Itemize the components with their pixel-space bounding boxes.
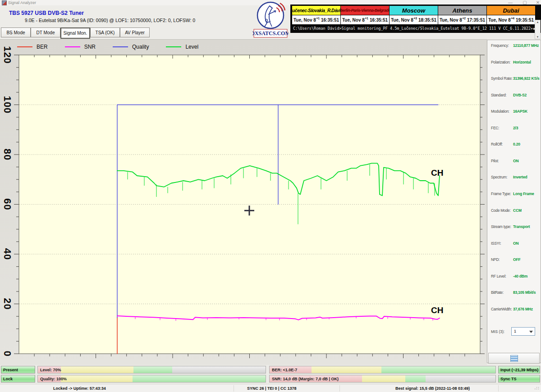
green-zone xyxy=(405,375,426,382)
sync-counters-status: SYNC 26 | TEI 0 | CC 1378 xyxy=(247,386,297,391)
quality-progress-bar: Quality: 100% xyxy=(37,375,266,383)
best-signal-status: Best signal: 15,5 dB (2022-11-08 03:49) xyxy=(395,386,470,391)
param-value: 83,105 Mbit/s xyxy=(513,290,536,295)
tab-bs-mode[interactable]: BS Mode xyxy=(1,27,31,37)
param-row-carrierwidth: CarrierWidth:37,676 MHz xyxy=(487,307,541,312)
signal-plot[interactable]: 020406080100120CHCH xyxy=(0,40,487,365)
param-row-standard: Standard:DVB-S2 xyxy=(487,93,541,98)
stream-list-icon xyxy=(510,355,518,362)
clock-date: Tue, Nov 8 xyxy=(488,18,511,23)
clock-date: Tue, Nov 8 xyxy=(391,18,414,23)
clock-date: Tue, Nov 8 xyxy=(440,18,463,23)
clock-value: 16:35:51 xyxy=(370,18,388,23)
param-label: Frequency: xyxy=(491,43,509,48)
clock-dubai: DubaiTue, Nov 8+419:35:51 xyxy=(487,6,535,25)
tab-tsa-ok[interactable]: TSA (OK) xyxy=(90,27,120,37)
statusbar-divider xyxy=(498,385,499,392)
mode-tabs: BS ModeDT ModeSignal Mon.TSA (OK)AV Play… xyxy=(1,27,150,40)
green-zone xyxy=(133,366,172,373)
command-text: C:\Users\Roman Dávid>Signal monitoring_P… xyxy=(293,26,533,31)
param-label: BitRate: xyxy=(491,290,504,295)
param-row-rf-level: RF Level:-40 dBm xyxy=(487,274,541,279)
param-label: Frame Type: xyxy=(491,191,511,196)
param-row-frequency: Frequency:12110,877 MHz xyxy=(487,43,541,49)
command-prompt-window[interactable]: Lučenec-Slovakia_R.DávidTue, Nov 8+116:3… xyxy=(290,5,541,33)
signal-status-bars: Present Lock Level: 70% Quality: 100% BE… xyxy=(0,365,541,384)
command-line[interactable]: C:\Users\Roman Dávid>Signal monitoring_P… xyxy=(293,26,539,31)
param-value: Inverted xyxy=(513,175,527,179)
scroll-up-icon[interactable]: ▲ xyxy=(535,21,540,23)
clock-date: Tue, Nov 8 xyxy=(342,18,365,23)
clock-lu-enec-slovakia-r-d-vid: Lučenec-Slovakia_R.DávidTue, Nov 8+116:3… xyxy=(292,6,341,25)
param-label: FEC: xyxy=(491,126,499,130)
param-value: 16APSK xyxy=(513,109,527,114)
yellow-zone xyxy=(362,375,405,382)
param-label: Standard: xyxy=(491,93,506,97)
param-value: 37,676 MHz xyxy=(513,307,533,311)
clock-date: Tue, Nov 8 xyxy=(293,18,316,23)
window-title: Signal Analyzer xyxy=(8,0,36,5)
utc-offset: +1 xyxy=(316,17,320,20)
mis-label: MIS (3): xyxy=(491,329,504,334)
clock-city-label: Berlin-Paris-Vienna-Belgrade xyxy=(341,6,389,15)
clock-time-row: Tue, Nov 8+318:35:51 xyxy=(390,15,438,24)
tab-signal-mon[interactable]: Signal Mon. xyxy=(60,27,90,39)
tab-dt-mode[interactable]: DT Mode xyxy=(31,27,60,37)
status-bar: Locked -> Uptime: 57:43:34 SYNC 26 | TEI… xyxy=(0,384,541,392)
snr-progress-bar: SNR: 14,0 dB (Margin: 7,0 dB | OK) xyxy=(269,375,496,383)
level-bar-label: Level: 70% xyxy=(40,368,61,372)
param-label: NPD: xyxy=(491,257,500,262)
utc-offset: +1 xyxy=(365,17,368,20)
y-axis-label: 120 xyxy=(2,46,13,64)
logo-text: DXSATCS.COM xyxy=(252,30,289,36)
param-value: Long Frame xyxy=(513,191,534,196)
app-icon xyxy=(2,0,7,5)
param-row-spectrum: Spectrum:Inverted xyxy=(487,175,541,180)
clock-time-row: Tue, Nov 8+217:35:51 xyxy=(438,15,486,24)
param-value: 0.20 xyxy=(513,142,520,146)
param-label: ISSYI: xyxy=(491,241,501,246)
clock-moscow: MoscowTue, Nov 8+318:35:51 xyxy=(390,6,438,25)
mis-dropdown[interactable]: 1 xyxy=(511,327,535,336)
clock-city-label: Athens xyxy=(438,6,486,15)
channel-label: CH xyxy=(431,168,443,178)
param-value: -40 dBm xyxy=(513,274,527,278)
param-row-issyi: ISSYI:ON xyxy=(487,241,541,246)
chevron-down-icon xyxy=(529,331,533,333)
param-label: CarrierWidth: xyxy=(491,307,512,311)
green-zone xyxy=(133,375,266,382)
utc-offset: +4 xyxy=(511,17,514,20)
terminal-scrollbar[interactable]: ▲ ▼ xyxy=(535,20,541,39)
param-row-symbol-rate: Symbol Rate:31396,922 KS/s xyxy=(487,76,541,82)
clock-city-label: Dubai xyxy=(487,6,535,15)
signal-monitor-chart: BERSNRQualityLevel 020406080100120CHCH xyxy=(0,40,487,365)
param-row-polarization: Polarization:Horizontal xyxy=(487,60,541,65)
param-value: 2/3 xyxy=(513,126,518,130)
statusbar-divider xyxy=(339,385,340,392)
param-value: Transport xyxy=(513,224,530,229)
param-value: 12110,877 MHz xyxy=(513,43,539,48)
ber-progress-bar: BER: <1.0E-7 xyxy=(269,366,496,374)
transponder-info-panel: MIS (3): 1 Frequency:12110,877 MHzPolari… xyxy=(487,40,541,363)
resize-grip[interactable]: .:: xyxy=(535,386,540,390)
clock-time-row: Tue, Nov 8+419:35:51 xyxy=(487,15,535,24)
param-label: Polarization: xyxy=(491,60,510,64)
tab-av-player[interactable]: AV Player xyxy=(120,27,150,37)
param-row-rolloff: RollOff:0.20 xyxy=(487,142,541,147)
param-row-code-mode: Code Mode:CCM xyxy=(487,208,541,214)
lock-uptime-status: Locked -> Uptime: 57:43:34 xyxy=(53,386,106,391)
param-value: CCM xyxy=(513,208,522,213)
param-value: ON xyxy=(513,159,518,163)
y-axis-label: 40 xyxy=(2,248,13,260)
present-badge: Present xyxy=(1,366,35,374)
scroll-down-icon[interactable]: ▼ xyxy=(535,36,540,38)
param-value: OFF xyxy=(513,257,520,262)
stream-list-button[interactable] xyxy=(488,353,540,364)
yellow-zone xyxy=(312,366,381,373)
gray-zone xyxy=(426,375,495,382)
param-row-modulation: Modulation:16APSK xyxy=(487,109,541,114)
y-axis-label: 0 xyxy=(2,351,13,356)
gray-zone xyxy=(172,366,266,373)
clock-city-label: Moscow xyxy=(390,6,438,15)
param-row-bitrate: BitRate:83,105 Mbit/s xyxy=(487,290,541,296)
